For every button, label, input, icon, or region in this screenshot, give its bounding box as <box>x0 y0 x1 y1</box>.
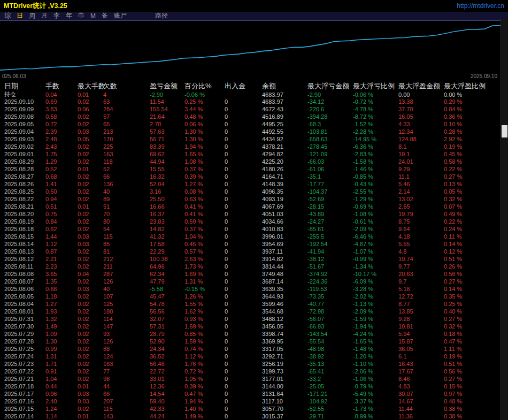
cell-max-float-loss-pct: -2.28 % <box>353 128 398 135</box>
menu-item-0[interactable]: 综 <box>4 11 11 20</box>
table-row[interactable]: 2025.07.231.710.0216356.461.76 %03256.19… <box>4 360 508 368</box>
cell-pl: 69.62 <box>150 151 184 157</box>
table-row[interactable]: 2025.09.050.720.02652.700.06 %04495.25-6… <box>4 120 508 128</box>
cell-max-float-loss: -143.54 <box>307 331 353 337</box>
table-row[interactable]: 2025.09.042.390.0321357.631.30 %04492.55… <box>4 128 508 135</box>
table-row[interactable]: 2025.07.170.960.036614.540.47 %03131.64-… <box>4 390 508 398</box>
cell-pct: 1.62 % <box>184 308 225 315</box>
cell-max-lots: 0.02 <box>78 346 103 352</box>
table-row[interactable]: 2025.07.291.090.029328.790.85 %03398.74-… <box>4 330 508 338</box>
table-row[interactable]: 2025.08.141.120.038517.580.45 %03954.69-… <box>4 240 508 248</box>
cell-balance: 4034.66 <box>262 218 307 225</box>
cell-lots: 2.40 <box>45 398 78 404</box>
table-row[interactable]: 2025.07.250.990.028824.340.74 %03317.05-… <box>4 345 508 353</box>
cell-max-lots: 0.05 <box>78 136 103 142</box>
position-row[interactable]: 持仓0.040.014-2.90-0.06 %4683.97-2.90-0.06… <box>4 90 508 98</box>
cell-max-float-profit: 16.43 <box>398 361 444 367</box>
table-row[interactable]: 2025.09.080.580.025721.640.48 %04516.89-… <box>4 113 508 120</box>
cell-lots: 0.94 <box>45 196 78 202</box>
table-row[interactable]: 2025.08.060.660.0340-5.58-0.15 %03639.35… <box>4 285 508 293</box>
cell-date: 2025.07.22 <box>4 368 45 375</box>
table-row[interactable]: 2025.07.180.440.014412.360.39 %03144.00-… <box>4 383 508 390</box>
cell-pct: 0.59 % <box>184 218 225 225</box>
menu-item-2[interactable]: 周 <box>29 11 35 20</box>
table-row[interactable]: 2025.08.250.500.02403.160.08 %04096.35-1… <box>4 188 508 195</box>
cell-max-float-profit-pct: 0.51 % <box>444 256 508 262</box>
table-row[interactable]: 2025.08.112.230.0221164.961.73 %03814.44… <box>4 263 508 270</box>
table-row[interactable]: 2025.08.280.520.015215.550.37 %04180.26-… <box>4 165 508 173</box>
cell-max-lots: 0.02 <box>78 263 103 270</box>
menu-item-7[interactable]: M <box>90 12 96 20</box>
table-row[interactable]: 2025.07.241.310.0212436.521.12 %03292.71… <box>4 353 508 360</box>
table-row[interactable]: 2025.08.122.210.02212100.382.63 %03914.8… <box>4 255 508 263</box>
cell-max-float-loss-pct: -2.06 % <box>353 368 398 375</box>
cell-max-float-loss-pct: -6.46 % <box>353 233 398 240</box>
cell-count: 52 <box>103 166 150 172</box>
table-row[interactable]: 2025.09.011.750.0216369.621.65 %04294.82… <box>4 150 508 158</box>
cell-max-float-loss: -24.27 <box>307 218 353 225</box>
cell-date: 2025.08.20 <box>4 211 45 217</box>
cell-balance: 3256.19 <box>262 361 307 367</box>
scrollbar-thumb[interactable] <box>502 125 507 138</box>
cell-count: 80 <box>103 218 150 225</box>
table-row[interactable]: 2025.08.190.840.028023.830.59 %04034.66-… <box>4 218 508 225</box>
table-row[interactable]: 2025.07.151.240.0211542.331.40 %03057.70… <box>4 405 508 413</box>
table-row[interactable]: 2025.08.261.410.0213652.041.27 %04148.39… <box>4 180 508 188</box>
cell-max-float-loss: -104.92 <box>307 398 353 404</box>
table-row[interactable]: 2025.09.093.830.06284155.543.44 %04672.4… <box>4 105 508 113</box>
cell-inout: 0 <box>225 233 262 240</box>
cell-max-float-profit-pct: 0.24 % <box>444 226 508 232</box>
cell-count: 207 <box>103 398 150 404</box>
menu-item-3[interactable]: 月 <box>41 11 48 20</box>
cell-max-float-profit: 14.67 <box>398 398 444 404</box>
table-row[interactable]: 2025.08.041.270.0212554.781.55 %03599.46… <box>4 300 508 308</box>
menu-item-4[interactable]: 李 <box>53 11 60 20</box>
cell-max-float-profit-pct: 0.15 % <box>444 383 508 390</box>
table-row[interactable]: 2025.09.100.690.026311.540.25 %04683.97-… <box>4 98 508 105</box>
table-row[interactable]: 2025.08.210.510.015116.660.41 %04067.69-… <box>4 203 508 210</box>
equity-curve <box>0 26 501 71</box>
table-row[interactable]: 2025.07.281.300.0212652.901.59 %03369.95… <box>4 338 508 345</box>
table-row[interactable]: 2025.08.291.290.0211844.941.08 %04225.20… <box>4 158 508 165</box>
table-row[interactable]: 2025.07.141.140.0114344.241.49 %03015.37… <box>4 413 508 420</box>
menu-item-6[interactable]: 巾 <box>78 11 84 20</box>
cell-pl: 16.66 <box>150 203 184 210</box>
cell-inout: 0 <box>225 211 262 217</box>
cell-inout: 0 <box>225 166 262 172</box>
cell-lots: 1.31 <box>45 353 78 360</box>
cell-count: 66 <box>103 391 150 397</box>
table-row[interactable]: 2025.08.180.620.025414.820.37 %04010.83-… <box>4 225 508 233</box>
table-row[interactable]: 2025.08.051.180.0210745.471.26 %03644.93… <box>4 293 508 300</box>
cell-max-float-loss-pct: -3.28 % <box>353 286 398 292</box>
scrollbar[interactable] <box>501 19 508 420</box>
table-row[interactable]: 2025.07.220.910.027722.720.72 %03199.73-… <box>4 368 508 375</box>
cell-balance: 4096.35 <box>262 188 307 195</box>
table-row[interactable]: 2025.08.200.750.027016.370.41 %04051.03-… <box>4 210 508 218</box>
table-row[interactable]: 2025.08.151.440.0311541.321.04 %03996.01… <box>4 233 508 240</box>
cell-inout: 0 <box>225 323 262 330</box>
table-body: 持仓0.040.014-2.90-0.06 %4683.97-2.90-0.06… <box>4 90 508 420</box>
menu-item-5[interactable]: 年 <box>66 11 72 20</box>
menu-item-10[interactable]: 路径 <box>155 11 168 20</box>
table-row[interactable]: 2025.08.270.680.026616.320.39 %04164.71-… <box>4 173 508 180</box>
table-row[interactable]: 2025.08.011.930.0218056.561.62 %03544.68… <box>4 308 508 315</box>
cell-max-float-profit-pct: 0.38 % <box>444 413 508 419</box>
table-row[interactable]: 2025.08.130.870.028122.290.57 %03937.11-… <box>4 248 508 255</box>
table-row[interactable]: 2025.09.032.480.0517056.711.30 %04434.92… <box>4 135 508 143</box>
menu-item-9[interactable]: 账尸 <box>114 11 127 20</box>
website-link[interactable]: http://mtdriver.cn <box>457 2 504 10</box>
cell-lots: 0.91 <box>45 368 78 375</box>
table-row[interactable]: 2025.08.083.650.0428762.341.69 %03749.48… <box>4 270 508 278</box>
table-row[interactable]: 2025.07.311.320.0211432.070.93 %03488.12… <box>4 315 508 323</box>
cell-max-float-loss-pct: -0.99 % <box>353 413 398 419</box>
table-row[interactable]: 2025.07.301.490.0214757.311.69 %03456.05… <box>4 323 508 330</box>
table-row[interactable]: 2025.07.211.040.029833.011.05 %03177.01-… <box>4 375 508 383</box>
menu-item-1[interactable]: 日 <box>17 11 23 20</box>
table-row[interactable]: 2025.07.162.400.0320759.401.94 %03117.10… <box>4 398 508 405</box>
table-row[interactable]: 2025.08.220.940.028925.500.63 %04093.19-… <box>4 195 508 203</box>
menu-item-8[interactable]: 备 <box>102 11 108 20</box>
cell-date: 2025.08.27 <box>4 173 45 180</box>
cell-date: 2025.07.18 <box>4 383 45 390</box>
table-row[interactable]: 2025.09.022.430.0222583.391.94 %04378.21… <box>4 143 508 150</box>
table-row[interactable]: 2025.08.071.350.0212647.791.31 %03687.14… <box>4 278 508 285</box>
